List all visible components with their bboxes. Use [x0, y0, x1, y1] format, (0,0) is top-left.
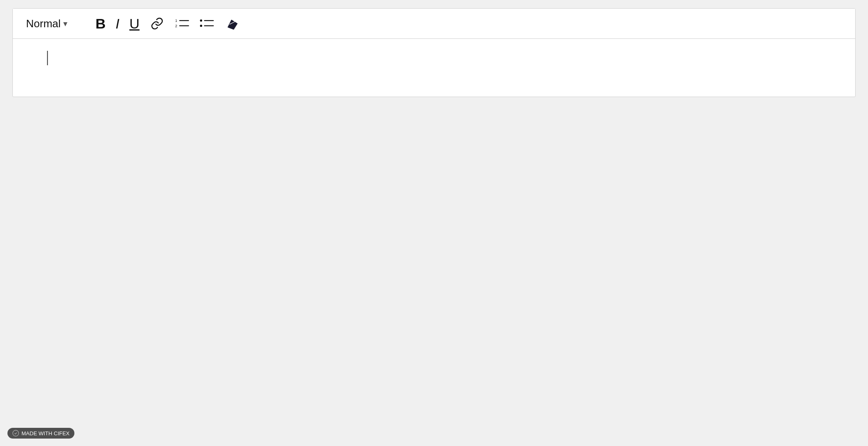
ordered-list-button[interactable]: 1 2	[171, 14, 193, 33]
svg-marker-8	[228, 20, 237, 29]
svg-point-4	[200, 19, 202, 21]
unordered-list-button[interactable]	[196, 14, 217, 33]
underline-button[interactable]: U	[126, 14, 143, 33]
svg-point-10	[13, 430, 19, 436]
bold-button[interactable]: B	[92, 14, 109, 33]
style-dropdown[interactable]: Normal ▾	[23, 16, 89, 32]
unordered-list-icon	[199, 16, 214, 31]
eraser-icon	[224, 16, 239, 31]
badge-icon	[12, 430, 19, 437]
italic-button[interactable]: I	[112, 14, 123, 33]
svg-text:1: 1	[175, 19, 177, 23]
text-cursor: |	[46, 49, 49, 64]
editor-container: Normal ▾ B I U 1 2	[12, 8, 856, 97]
svg-text:2: 2	[175, 24, 177, 28]
clear-formatting-button[interactable]	[221, 14, 242, 33]
style-label: Normal	[26, 17, 61, 30]
svg-point-5	[200, 25, 202, 27]
badge-label: MADE WITH CIFEX	[21, 430, 69, 437]
made-with-badge: MADE WITH CIFEX	[7, 428, 74, 439]
ordered-list-icon: 1 2	[174, 16, 189, 31]
toolbar: Normal ▾ B I U 1 2	[13, 9, 855, 39]
link-icon	[150, 16, 165, 31]
chevron-down-icon: ▾	[63, 19, 67, 28]
link-button[interactable]	[146, 14, 168, 33]
editor-body[interactable]: |	[13, 39, 855, 97]
